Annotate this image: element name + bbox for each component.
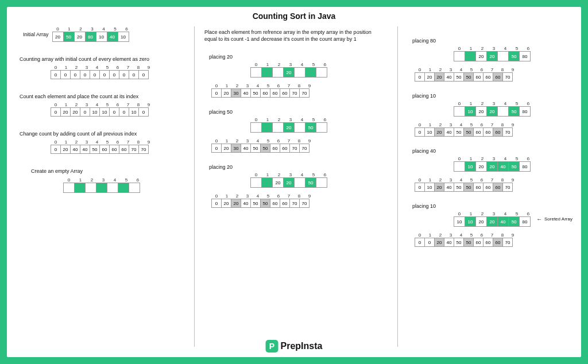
step-label: placing 10 (412, 203, 436, 209)
sorted-array-label: Soreted Array (544, 216, 572, 222)
step-label: placing 20 (209, 54, 233, 60)
arrow-left-icon: ← (536, 216, 542, 222)
count-array-label: Count each element and place the count a… (20, 93, 191, 100)
initial-array: 012345620502080104010 (52, 26, 133, 42)
prepinsta-logo: P PrepInsta (266, 340, 323, 353)
zero-array-label: Counting array with initial count of eve… (20, 56, 191, 63)
logo-text: PrepInsta (281, 341, 323, 351)
column-2: Place each element from refrence array i… (200, 26, 394, 216)
output-array: 0123456102020405080 (454, 156, 534, 172)
step-label: placing 80 (412, 38, 436, 44)
col2-steps: placing 20012345620012345678902030405060… (200, 51, 394, 208)
count-array: 0123456789020200101000100 (51, 102, 154, 117)
empty-array: 0123456 (63, 177, 144, 193)
step-label: placing 20 (209, 164, 233, 170)
count-array-step: 01234567890202040505060607070 (211, 193, 315, 208)
count-array-step: 01234567890102040505060606070 (415, 177, 518, 192)
page-title: Counting Sort in Java (7, 7, 581, 21)
cumulative-array-label: Change count by adding count of all prev… (20, 130, 191, 137)
output-array: 012345620 (250, 62, 331, 78)
col3-steps: placing 80012345620205080012345678902020… (403, 34, 577, 247)
step-label: placing 40 (412, 148, 436, 154)
zero-array: 01234567890000000000 (51, 65, 154, 79)
empty-array-label: Create an empty Array (31, 168, 191, 175)
count-array-step: 0123456789002040505060606070 (415, 233, 518, 247)
logo-mark-icon: P (266, 340, 278, 353)
output-array: 012345620205080 (454, 46, 534, 61)
output-array: 0123456202050 (250, 172, 331, 188)
diagram-frame: Counting Sort in Java Initial Array 0123… (7, 7, 581, 357)
output-array: 01234562050 (250, 117, 331, 133)
step-label: placing 50 (209, 109, 233, 115)
divider-2 (397, 26, 398, 347)
column-1: Initial Array 012345620502080104010 Coun… (20, 26, 191, 208)
output-array: 012345610102020405080 (454, 211, 534, 227)
count-array-step: 01234567890202040505060606070 (415, 67, 518, 82)
output-array: 01234561020205080 (454, 101, 534, 117)
count-array-step: 01234567890102040505060606070 (415, 122, 518, 137)
initial-array-label: Initial Array (23, 32, 49, 37)
placement-intro: Place each element from refrence array i… (204, 29, 384, 42)
divider-1 (194, 26, 195, 347)
count-array-step: 01234567890203040505060607070 (211, 138, 315, 153)
cumulative-array: 01234567890204040506060607070 (51, 140, 154, 154)
step-label: placing 10 (412, 93, 436, 99)
count-array-step: 01234567890203040506060607070 (211, 83, 315, 98)
column-3: placing 80012345620205080012345678902020… (403, 26, 577, 255)
